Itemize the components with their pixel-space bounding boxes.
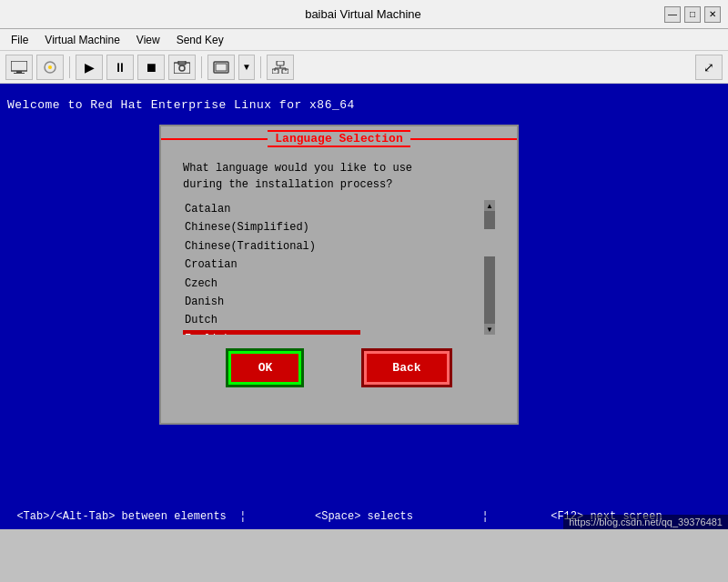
display-button[interactable] bbox=[5, 55, 33, 80]
back-button[interactable]: Back bbox=[364, 351, 449, 385]
minimize-button[interactable]: — bbox=[664, 6, 681, 23]
toolbar-separator-1 bbox=[69, 56, 70, 78]
status-segment-2: <Space> selects bbox=[249, 510, 478, 523]
dialog-title: Language Selection bbox=[268, 130, 410, 147]
scroll-track bbox=[484, 211, 495, 324]
status-segment-1: <Tab>/<Alt-Tab> between elements bbox=[7, 510, 236, 523]
pause-button[interactable]: ⏸ bbox=[106, 55, 134, 80]
language-item-croatian[interactable]: Croatian bbox=[183, 256, 495, 274]
language-item-catalan[interactable]: Catalan bbox=[183, 200, 495, 218]
svg-rect-2 bbox=[14, 73, 25, 74]
language-dialog: Language Selection What language would y… bbox=[159, 125, 519, 425]
network-button[interactable] bbox=[267, 55, 294, 80]
language-item-dutch[interactable]: Dutch bbox=[183, 311, 495, 329]
snapshot-button[interactable] bbox=[168, 55, 196, 80]
scroll-up-button[interactable]: ▲ bbox=[484, 200, 495, 211]
menu-bar: File Virtual Machine View Send Key bbox=[0, 29, 728, 51]
svg-rect-9 bbox=[216, 64, 227, 71]
power-button[interactable] bbox=[36, 55, 64, 80]
toolbar-separator-2 bbox=[201, 56, 202, 78]
watermark: https://blog.csdn.net/qq_39376481 bbox=[563, 515, 728, 529]
menu-view[interactable]: View bbox=[129, 32, 167, 48]
language-item-english[interactable]: English bbox=[183, 330, 360, 335]
svg-rect-10 bbox=[277, 61, 284, 65]
svg-rect-0 bbox=[11, 61, 27, 71]
toolbar: ▶ ⏸ ⏹ ▼ ⤢ bbox=[0, 51, 728, 84]
svg-rect-1 bbox=[16, 71, 22, 73]
menu-virtual-machine[interactable]: Virtual Machine bbox=[37, 32, 127, 48]
dialog-buttons: OK Back bbox=[161, 351, 517, 385]
stop-button[interactable]: ⏹ bbox=[137, 55, 165, 80]
fullscreen-button[interactable] bbox=[207, 55, 235, 80]
language-list: CatalanChinese(Simplified)Chinese(Tradit… bbox=[183, 200, 495, 335]
window-controls: — □ ✕ bbox=[664, 6, 721, 23]
title-bar: baibai Virtual Machine — □ ✕ bbox=[0, 0, 728, 29]
close-button[interactable]: ✕ bbox=[704, 6, 721, 23]
menu-file[interactable]: File bbox=[4, 32, 35, 48]
toolbar-separator-3 bbox=[260, 56, 261, 78]
language-item-czech[interactable]: Czech bbox=[183, 275, 495, 293]
ok-button[interactable]: OK bbox=[228, 351, 301, 385]
play-button[interactable]: ▶ bbox=[76, 55, 103, 80]
language-list-container: CatalanChinese(Simplified)Chinese(Tradit… bbox=[183, 200, 495, 335]
dialog-question: What language would you like to use duri… bbox=[161, 149, 517, 200]
menu-send-key[interactable]: Send Key bbox=[169, 32, 231, 48]
language-item-danish[interactable]: Danish bbox=[183, 293, 495, 311]
scroll-down-button[interactable]: ▼ bbox=[484, 324, 495, 335]
welcome-text: Welcome to Red Hat Enterprise Linux for … bbox=[7, 98, 355, 112]
svg-point-4 bbox=[48, 65, 52, 69]
language-item-chinese-traditional-[interactable]: Chinese(Traditional) bbox=[183, 237, 495, 256]
window-title: baibai Virtual Machine bbox=[62, 7, 664, 21]
scroll-thumb[interactable] bbox=[484, 229, 495, 256]
svg-point-7 bbox=[179, 65, 185, 71]
toolbar-right: ⤢ bbox=[695, 55, 723, 80]
dropdown-button[interactable]: ▼ bbox=[238, 55, 255, 80]
language-item-chinese-simplified-[interactable]: Chinese(Simplified) bbox=[183, 218, 495, 236]
status-divider-2: ¦ bbox=[482, 510, 489, 523]
maximize-button[interactable]: □ bbox=[684, 6, 701, 23]
resize-button[interactable]: ⤢ bbox=[695, 55, 723, 80]
vm-screen: Welcome to Red Hat Enterprise Linux for … bbox=[0, 84, 728, 529]
status-divider-1: ¦ bbox=[239, 510, 246, 523]
dialog-title-bar: Language Selection bbox=[161, 126, 517, 149]
scrollbar[interactable]: ▲ ▼ bbox=[484, 200, 495, 335]
